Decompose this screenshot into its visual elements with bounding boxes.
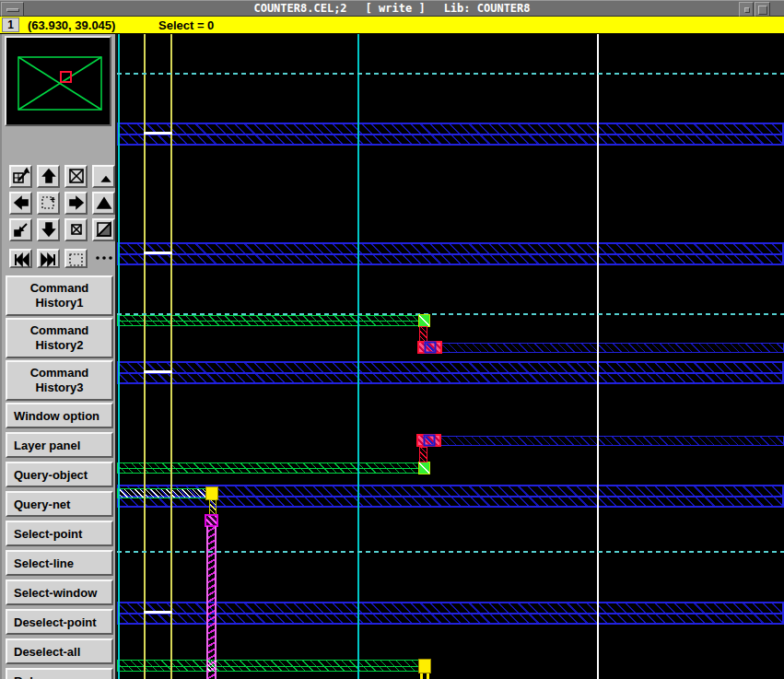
sidebar-button-layer-panel[interactable]: Layer panel: [6, 432, 113, 458]
magenta-vertical-trace[interactable]: [206, 526, 216, 679]
sidebar-button-deselect-point[interactable]: Deselect-point: [6, 609, 113, 635]
highlight-segment-2: [144, 252, 172, 254]
button-label: Deselect-point: [7, 615, 111, 629]
select-region-icon: [67, 251, 86, 269]
history-back-icon: [12, 251, 30, 269]
pan-left-icon: [12, 193, 30, 212]
select-count: Select = 0: [158, 18, 214, 32]
fill-view-icon: [95, 220, 113, 239]
sidebar-button-command-history1[interactable]: CommandHistory1: [6, 275, 113, 316]
tool-sidebar: CommandHistory1CommandHistory2CommandHis…: [0, 34, 117, 679]
green-metal-bar-bottom[interactable]: [117, 660, 421, 672]
yellow-leg-1: [420, 673, 423, 679]
maximize-button[interactable]: [755, 2, 770, 17]
button-label: Command: [7, 366, 111, 380]
library-name: Lib: COUNTER8: [444, 2, 531, 15]
sidebar-button-window-option[interactable]: Window option: [6, 403, 113, 428]
write-mode: [ write ]: [366, 2, 426, 15]
overview-panel[interactable]: [5, 36, 111, 126]
sidebar-button-select-point[interactable]: Select-point: [6, 521, 113, 546]
sidebar-button-select-line[interactable]: Select-line: [6, 550, 113, 576]
minimize-icon: [744, 7, 750, 13]
button-label: Query-net: [7, 498, 111, 511]
blue-metal-band-2[interactable]: [117, 242, 784, 265]
zoom-fit-icon: [67, 167, 86, 185]
highlight-segment-3: [144, 370, 172, 373]
button-label-line2: History3: [7, 380, 111, 395]
window-menu-button[interactable]: [1, 2, 24, 17]
selected-via-upper[interactable]: [417, 341, 442, 354]
yellow-connector[interactable]: [209, 499, 216, 515]
zoom-in-hill-icon: [95, 193, 113, 212]
zoom-in-hill-button[interactable]: [92, 192, 115, 215]
yellow-contact-square-bottom[interactable]: [418, 659, 431, 673]
pan-up-button[interactable]: [37, 165, 60, 188]
button-label: Select-line: [7, 556, 111, 570]
title-bar: COUNTER8.CEL;2[ write ]Lib: COUNTER8: [0, 0, 784, 17]
green-contact-square-middle[interactable]: [418, 462, 430, 474]
selected-green-segment[interactable]: [117, 488, 208, 498]
zoom-window-button[interactable]: [37, 192, 60, 215]
button-label: Window option: [7, 409, 111, 423]
status-bar: 1 (63.930, 39.045) Select = 0: [0, 17, 784, 34]
dashed-guide-top: [117, 73, 784, 75]
magenta-contact-box[interactable]: [205, 514, 218, 527]
zoom-fit-button[interactable]: [64, 165, 88, 188]
cursor-coordinates: (63.930, 39.045): [28, 18, 115, 32]
blue-metal-band-5[interactable]: [117, 602, 784, 625]
sidebar-button-deselect-all[interactable]: Deselect-all: [6, 638, 113, 664]
sidebar-button-command-history3[interactable]: CommandHistory3: [6, 360, 113, 401]
red-connector-upper[interactable]: [419, 326, 427, 342]
origin-line-cyan-mid: [357, 34, 359, 679]
menu-dash-icon: [6, 8, 19, 12]
pan-right-icon: [67, 193, 86, 212]
grid-line-yellow-1: [144, 34, 146, 679]
window-title: COUNTER8.CEL;2[ write ]Lib: COUNTER8: [0, 2, 784, 15]
minimize-button[interactable]: [739, 2, 754, 17]
highlight-segment-4: [144, 611, 172, 614]
button-label: Select-point: [7, 527, 111, 541]
red-connector-lower[interactable]: [419, 447, 427, 462]
history-forward-button[interactable]: [37, 249, 60, 268]
sidebar-button-query-net[interactable]: Query-net: [6, 491, 113, 517]
selected-via-lower[interactable]: [416, 434, 441, 447]
history-back-button[interactable]: [9, 249, 32, 268]
overview-graphic: [6, 38, 110, 124]
blue-metal-band-3[interactable]: [117, 361, 784, 384]
button-label: Select-window: [7, 586, 111, 600]
zoom-fit-small-button[interactable]: [64, 218, 88, 241]
pan-left-button[interactable]: [9, 192, 32, 215]
zoom-window-icon: [40, 193, 58, 212]
yellow-contact-square-band4[interactable]: [205, 486, 218, 500]
highlight-segment-1: [144, 132, 172, 135]
more-options-icon: [95, 249, 113, 267]
sidebar-button-command-history2[interactable]: CommandHistory2: [6, 318, 113, 358]
dashed-guide-middle: [117, 313, 784, 315]
pan-up-icon: [40, 167, 58, 185]
button-label: Command: [7, 281, 111, 296]
zoom-out-hill-button[interactable]: [92, 165, 115, 188]
sidebar-button-query-object[interactable]: Query-object: [6, 462, 113, 487]
trace-crossing-highlight: [207, 661, 216, 672]
green-metal-bar-middle[interactable]: [117, 462, 421, 474]
green-metal-bar-upper[interactable]: [117, 315, 421, 326]
redraw-button[interactable]: [9, 165, 32, 188]
sidebar-button-select-window[interactable]: Select-window: [6, 579, 113, 605]
zoom-shrink-button[interactable]: [9, 218, 32, 241]
select-region-button[interactable]: [64, 249, 88, 268]
more-options-button[interactable]: [92, 249, 115, 268]
pan-right-button[interactable]: [64, 192, 88, 215]
window-number-badge: 1: [2, 18, 19, 32]
sidebar-button-ruler[interactable]: Ruler: [6, 668, 113, 679]
yellow-leg-2: [427, 673, 429, 679]
blue-metal-band-1[interactable]: [117, 123, 784, 146]
blue-stub-bar-lower[interactable]: [440, 436, 784, 446]
button-label: Ruler: [7, 674, 111, 679]
zoom-out-hill-icon: [95, 167, 113, 185]
pan-down-button[interactable]: [37, 218, 60, 241]
zoom-fit-small-icon: [67, 220, 86, 239]
fill-view-button[interactable]: [92, 218, 115, 241]
green-contact-square-upper[interactable]: [418, 314, 430, 327]
blue-stub-bar-upper[interactable]: [441, 343, 784, 353]
layout-canvas[interactable]: [117, 34, 784, 679]
